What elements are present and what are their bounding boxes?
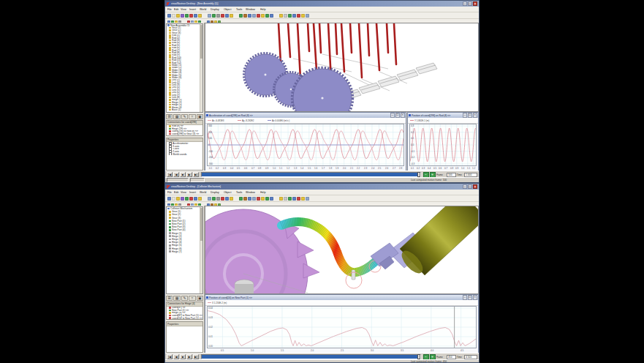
toolbar-icon[interactable]: [301, 197, 305, 201]
toolbar-icon[interactable]: [297, 14, 300, 18]
menu-item[interactable]: File: [167, 191, 172, 194]
menu-item[interactable]: Help: [260, 191, 265, 194]
menu-item[interactable]: Tools: [236, 191, 242, 194]
playback-button[interactable]: ▶|: [193, 354, 199, 359]
toolbar-icon[interactable]: [279, 14, 283, 18]
toolbar-icon[interactable]: [230, 197, 233, 201]
toolbar-icon[interactable]: [288, 197, 292, 201]
toolbar-icon[interactable]: [225, 14, 229, 18]
tree-scrollbar[interactable]: [200, 207, 202, 293]
chart-titlebar[interactable]: Position of coord[298] on Rod (8) <> – □…: [408, 113, 478, 118]
toolbar-icon[interactable]: [198, 14, 202, 18]
menu-item[interactable]: Object: [224, 8, 231, 11]
toolbar-icon[interactable]: [172, 14, 175, 18]
toolbar-icon[interactable]: [181, 197, 184, 201]
chart-plot[interactable]: 3002001000-100-200-300: [207, 124, 404, 166]
toolbar-icon[interactable]: [239, 14, 243, 18]
toolbar-icon[interactable]: [167, 14, 171, 18]
menu-item[interactable]: Edit: [174, 191, 178, 194]
menu-item[interactable]: Window: [246, 191, 255, 194]
playback-button[interactable]: ▶|: [193, 172, 199, 177]
chart-minimize-button[interactable]: –: [463, 295, 468, 300]
panel-tab[interactable]: ✎: [181, 296, 188, 301]
toolbar-icon[interactable]: [189, 14, 193, 18]
toolbar-icon[interactable]: [284, 197, 287, 201]
chart-close-button[interactable]: ×: [401, 113, 406, 118]
menu-item[interactable]: Help: [260, 8, 265, 11]
playback-button[interactable]: ◀: [173, 172, 179, 177]
chart-minimize-button[interactable]: –: [463, 113, 468, 118]
toolbar-icon[interactable]: [239, 197, 243, 201]
toolbar-icon[interactable]: [167, 197, 171, 201]
timeline-thumb[interactable]: [417, 172, 420, 177]
chart-minimize-button[interactable]: –: [390, 113, 395, 118]
menu-item[interactable]: Object: [224, 191, 231, 194]
toolbar-icon[interactable]: [265, 197, 269, 201]
titlebar[interactable]: visualNastran Desktop - [Collision Mecha…: [165, 184, 479, 190]
toolbar-icon[interactable]: [274, 14, 279, 18]
toolbar-icon[interactable]: [257, 14, 260, 18]
chart-titlebar[interactable]: Acceleration of coord[298] on Rod (8) <>…: [205, 113, 406, 118]
toolbar-icon[interactable]: [185, 14, 189, 18]
panel-tab[interactable]: ▣: [197, 296, 203, 301]
timeline-thumb[interactable]: [417, 354, 420, 359]
toolbar-icon[interactable]: [265, 14, 269, 18]
model-tree[interactable]: Collision Mechanism Gear (1) Gear (2): [166, 206, 203, 294]
playback-button[interactable]: |◀: [167, 354, 173, 359]
panel-tab[interactable]: ▣: [197, 114, 203, 119]
panel-tab[interactable]: ▦: [173, 296, 180, 301]
toolbar-icon[interactable]: [234, 197, 238, 201]
time-field[interactable]: 1.000: [464, 173, 477, 177]
minimize-button[interactable]: –: [463, 184, 467, 189]
toolbar-icon[interactable]: [243, 197, 247, 201]
close-button[interactable]: ×: [473, 1, 477, 6]
viewport-3d-bottom[interactable]: [205, 206, 479, 294]
connection-item[interactable]: coord[24] to New Part (1) <>: [167, 317, 202, 320]
viewport-3d-top[interactable]: [205, 23, 479, 112]
menu-item[interactable]: Window: [246, 8, 255, 11]
chart-plot[interactable]: 0.040.030.020.010.00: [207, 306, 477, 348]
tree-item[interactable]: Hinge (7): [167, 250, 202, 253]
playback-button[interactable]: ◀: [173, 354, 179, 359]
toolbar-icon[interactable]: [234, 14, 238, 18]
toolbar-icon[interactable]: [172, 197, 175, 201]
toolbar-icon[interactable]: [181, 14, 184, 18]
maximize-button[interactable]: □: [468, 184, 472, 189]
toolbar-icon[interactable]: [208, 14, 211, 18]
playback-button[interactable]: ■: [180, 354, 186, 359]
toolbar-icon[interactable]: [176, 197, 180, 201]
chart-close-button[interactable]: ×: [473, 295, 478, 300]
panel-tab[interactable]: ⊞: [166, 296, 173, 301]
panel-tab[interactable]: ⌗: [189, 296, 195, 301]
toolbar-icon[interactable]: [306, 197, 309, 201]
menu-item[interactable]: Display: [211, 8, 219, 11]
toolbar-icon[interactable]: [279, 197, 283, 201]
chart-maximize-button[interactable]: □: [468, 295, 473, 300]
toolbar-icon[interactable]: [248, 14, 251, 18]
menu-item[interactable]: World: [200, 8, 206, 11]
toolbar-icon[interactable]: [252, 14, 256, 18]
toolbar-icon[interactable]: [194, 14, 197, 18]
titlebar[interactable]: visualNastran Desktop - [New Assembly (1…: [165, 1, 479, 7]
toolbar-icon[interactable]: [292, 197, 296, 201]
playback-button[interactable]: |◀: [167, 172, 173, 177]
toolbar-icon[interactable]: [270, 14, 273, 18]
toolbar-icon[interactable]: [261, 197, 265, 201]
toolbar-icon[interactable]: [189, 197, 193, 201]
menu-item[interactable]: View: [181, 191, 186, 194]
toolbar-icon[interactable]: [185, 197, 189, 201]
menu-item[interactable]: Tools: [236, 8, 242, 11]
toolbar-icon[interactable]: [288, 14, 292, 18]
playback-button[interactable]: ▶: [186, 172, 192, 177]
toolbar-icon[interactable]: [198, 197, 202, 201]
frame-field[interactable]: 450: [447, 355, 456, 359]
frame-field[interactable]: 100: [447, 173, 456, 177]
menu-item[interactable]: World: [200, 191, 206, 194]
toolbar-icon[interactable]: [230, 14, 233, 18]
toolbar-icon[interactable]: [292, 14, 296, 18]
panel-tab[interactable]: ▦: [173, 114, 180, 119]
connection-item[interactable]: coord[298] to Gear (3) <>: [167, 132, 202, 135]
toolbar-icon[interactable]: [274, 197, 279, 201]
scroll-thumb[interactable]: [200, 25, 202, 59]
toolbar-icon[interactable]: [270, 197, 273, 201]
